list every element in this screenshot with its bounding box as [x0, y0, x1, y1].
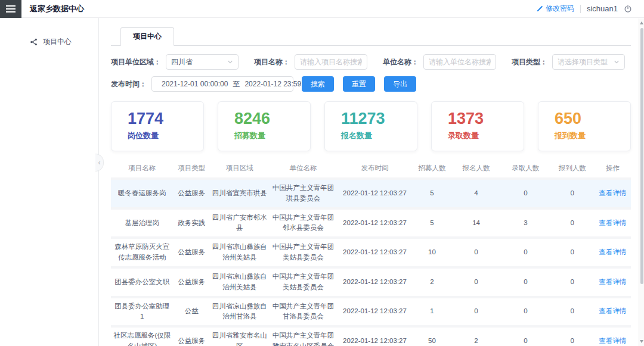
export-button[interactable]: 导出	[384, 76, 416, 92]
cell-unit: 中国共产主义青年团美姑县委员会	[270, 267, 337, 297]
publish-time-range-picker[interactable]: 2021-12-01 00:00:00 至 2022-01-12 23:59:5…	[151, 76, 293, 92]
cell-apply: 4	[451, 179, 501, 208]
search-button[interactable]: 搜索	[302, 76, 334, 92]
cell-action: 查看详情	[595, 238, 631, 267]
cell-checkin: 0	[550, 326, 595, 346]
cell-time: 2022-01-12 12:03:27	[337, 208, 412, 238]
column-header: 报名人数	[451, 160, 501, 179]
change-password-label: 修改密码	[546, 4, 574, 14]
stat-label: 招募数量	[234, 130, 310, 141]
projects-table: 项目名称项目类型项目区域单位名称发布时间招募人数报名人数录取人数报到人数操作 暖…	[111, 160, 631, 346]
column-header: 项目类型	[174, 160, 210, 179]
cell-checkin: 0	[550, 238, 595, 267]
change-password-link[interactable]: 修改密码	[536, 4, 574, 14]
cell-action: 查看详情	[595, 208, 631, 238]
cell-action: 查看详情	[595, 297, 631, 327]
stat-label: 录取数量	[448, 130, 524, 141]
tab-bar: 项目中心	[111, 27, 631, 46]
region-value: 四川省	[171, 57, 193, 67]
chevron-left-icon: ‹	[98, 158, 101, 167]
chevron-down-icon	[614, 59, 620, 65]
table-body: 暖冬春运服务岗公益服务四川省宜宾市珙县中国共产主义青年团珙县委员会2022-01…	[111, 179, 631, 346]
stat-value: 1373	[448, 110, 524, 127]
table-row: 暖冬春运服务岗公益服务四川省宜宾市珙县中国共产主义青年团珙县委员会2022-01…	[111, 179, 631, 208]
scroll-up-icon[interactable]	[640, 21, 643, 24]
cell-region: 四川省宜宾市珙县	[210, 179, 270, 208]
app-title: 返家乡数据中心	[30, 4, 84, 14]
cell-recruit: 50	[413, 326, 451, 346]
cell-unit: 中国共产主义青年团珙县委员会	[270, 179, 337, 208]
cell-admit: 0	[501, 326, 550, 346]
cell-type: 公益服务	[174, 238, 210, 267]
cell-region: 四川省凉山彝族自治州甘洛县	[210, 297, 270, 327]
cell-type: 公益服务	[174, 267, 210, 297]
hamburger-menu-button[interactable]	[0, 0, 21, 18]
cell-type: 政务实践	[174, 208, 210, 238]
scrollbar-thumb[interactable]	[640, 28, 643, 284]
view-details-link[interactable]: 查看详情	[599, 219, 626, 226]
stat-label: 岗位数量	[128, 130, 203, 141]
view-details-link[interactable]: 查看详情	[599, 189, 626, 197]
column-header: 报到人数	[550, 160, 595, 179]
cell-checkin: 0	[550, 267, 595, 297]
logout-button[interactable]	[624, 5, 632, 13]
stat-card: 8246招募数量	[218, 101, 311, 151]
filter-unit-name: 单位名称：	[383, 54, 496, 70]
cell-recruit: 2	[413, 267, 451, 297]
cell-region: 四川省广安市邻水县	[210, 208, 270, 238]
cell-region: 四川省凉山彝族自治州美姑县	[210, 238, 270, 267]
stat-value: 11273	[341, 110, 417, 127]
chevron-down-icon	[227, 59, 233, 65]
table-row: 社区志愿服务(仅限名山城区)公益服务四川省雅安市名山区中国共产主义青年团雅安市名…	[111, 326, 631, 346]
sidebar-item-project-center[interactable]: 项目中心	[0, 37, 98, 47]
range-separator: 至	[233, 79, 240, 89]
header-actions: 修改密码 sichuan1	[536, 4, 644, 14]
view-details-link[interactable]: 查看详情	[599, 248, 626, 255]
cell-time: 2022-01-12 12:03:27	[337, 179, 412, 208]
stat-label: 报到数量	[555, 130, 630, 141]
top-bar: 返家乡数据中心 修改密码 sichuan1	[0, 0, 644, 18]
project-type-placeholder: 请选择项目类型	[558, 57, 608, 67]
region-label: 项目单位区域：	[111, 57, 161, 67]
cell-time: 2022-01-12 12:03:27	[337, 267, 412, 297]
cell-type: 公益服务	[174, 179, 210, 208]
cell-name: 社区志愿服务(仅限名山城区)	[111, 326, 174, 346]
cell-apply: 14	[451, 208, 501, 238]
sidebar: 项目中心	[0, 18, 99, 346]
view-details-link[interactable]: 查看详情	[599, 307, 626, 314]
share-network-icon	[30, 38, 38, 46]
view-details-link[interactable]: 查看详情	[599, 278, 626, 285]
cell-name: 团县委办公室助理1	[111, 297, 174, 327]
stat-value: 650	[555, 110, 630, 127]
unit-name-input[interactable]	[423, 54, 496, 70]
column-header: 招募人数	[413, 160, 451, 179]
cell-admit: 0	[501, 267, 550, 297]
project-name-input[interactable]	[295, 54, 367, 70]
reset-button[interactable]: 重置	[343, 76, 375, 92]
project-name-label: 项目名称：	[254, 57, 290, 67]
start-date-value[interactable]: 2021-12-01 00:00:00	[162, 80, 228, 88]
table-header-row: 项目名称项目类型项目区域单位名称发布时间招募人数报名人数录取人数报到人数操作	[111, 160, 631, 179]
region-select[interactable]: 四川省	[166, 54, 239, 70]
cell-region: 四川省雅安市名山区	[210, 326, 270, 346]
stat-card: 1774岗位数量	[111, 101, 204, 151]
cell-recruit: 5	[413, 208, 451, 238]
cell-type: 公益	[174, 297, 210, 327]
tab-project-center[interactable]: 项目中心	[120, 27, 174, 46]
main-content: 项目中心 项目单位区域： 四川省 项目名称： 单位名称： 项目类型：	[99, 18, 644, 346]
cell-admit: 0	[501, 179, 550, 208]
scroll-down-icon[interactable]	[640, 340, 643, 343]
cell-time: 2022-01-12 12:03:27	[337, 326, 412, 346]
publish-time-label: 发布时间：	[111, 79, 147, 89]
stat-card: 1373录取数量	[431, 101, 524, 151]
view-details-link[interactable]: 查看详情	[599, 337, 626, 344]
cell-checkin: 0	[550, 297, 595, 327]
stat-value: 8246	[234, 110, 310, 127]
vertical-scrollbar[interactable]	[639, 18, 644, 346]
power-icon	[624, 5, 632, 13]
cell-action: 查看详情	[595, 326, 631, 346]
cell-apply: 0	[451, 267, 501, 297]
cell-recruit: 1	[413, 297, 451, 327]
hamburger-icon	[6, 5, 16, 7]
project-type-select[interactable]: 请选择项目类型	[552, 54, 625, 70]
